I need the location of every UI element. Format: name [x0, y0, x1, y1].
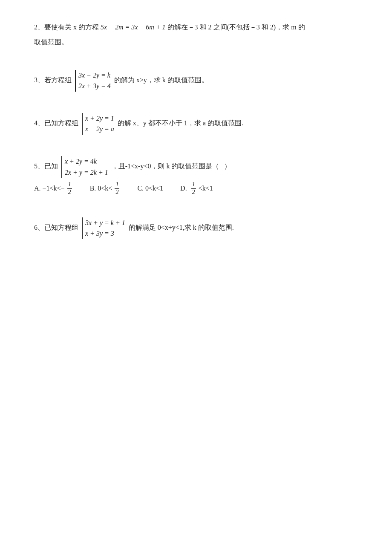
- problem-5: 5、已知 x + 2y = 4k 2x + y = 2k + 1 ，且-1<x-…: [34, 156, 358, 196]
- problem-4-main: 4、已知方程组 x + 2y = 1 x − 2y = a 的解 x、y 都不不…: [34, 113, 358, 135]
- problem-2-line2: 取值范围。: [34, 36, 358, 49]
- system-6: 3x + y = k + 1 x + 3y = 3: [82, 217, 125, 239]
- system-5-eq2: 2x + y = 2k + 1: [65, 167, 108, 178]
- page: 2、要使有关 x 的方程 5x − 2m = 3x − 6m + 1 的解在－3…: [0, 0, 392, 555]
- option-a: A. −1<k<− 1 2: [34, 181, 73, 196]
- system-6-eq1: 3x + y = k + 1: [85, 217, 125, 228]
- problem-5-options: A. −1<k<− 1 2 B. 0<k< 1 2 C. 0<k<1 D.: [34, 181, 358, 196]
- system-6-eq2: x + 3y = 3: [85, 228, 125, 239]
- problem-5-main: 5、已知 x + 2y = 4k 2x + y = 2k + 1 ，且-1<x-…: [34, 156, 358, 178]
- option-c-text: C. 0<k<1: [137, 182, 163, 195]
- fraction-num-a: 1: [67, 181, 72, 189]
- option-c: C. 0<k<1: [137, 182, 163, 195]
- fraction-den-a: 2: [67, 189, 72, 196]
- option-d-letter: D.: [180, 182, 189, 195]
- problem-2-line1: 2、要使有关 x 的方程 5x − 2m = 3x − 6m + 1 的解在－3…: [34, 21, 358, 34]
- problem-4: 4、已知方程组 x + 2y = 1 x − 2y = a 的解 x、y 都不不…: [34, 113, 358, 135]
- option-b: B. 0<k< 1 2: [90, 181, 121, 196]
- fraction-half-a: 1 2: [67, 181, 72, 196]
- system-5-eq1: x + 2y = 4k: [65, 156, 108, 167]
- fraction-num-b: 1: [115, 181, 119, 189]
- system-4-eq1: x + 2y = 1: [85, 113, 114, 124]
- fraction-den-b: 2: [115, 189, 119, 196]
- system-3: 3x − 2y = k 2x + 3y = 4: [75, 70, 111, 92]
- option-a-letter: A. −1<k<−: [34, 182, 65, 195]
- option-d-suffix: <k<1: [199, 182, 213, 195]
- math-expr: 5x − 2m = 3x − 6m + 1: [101, 23, 166, 31]
- problem-6: 6、已知方程组 3x + y = k + 1 x + 3y = 3 的解满足 0…: [34, 217, 358, 239]
- fraction-num-d: 1: [191, 181, 196, 189]
- problem-6-main: 6、已知方程组 3x + y = k + 1 x + 3y = 3 的解满足 0…: [34, 217, 358, 239]
- system-3-eq1: 3x − 2y = k: [78, 70, 111, 81]
- system-4: x + 2y = 1 x − 2y = a: [82, 113, 114, 135]
- problem-2: 2、要使有关 x 的方程 5x − 2m = 3x − 6m + 1 的解在－3…: [34, 21, 358, 49]
- system-5: x + 2y = 4k 2x + y = 2k + 1: [61, 156, 108, 178]
- fraction-half-d: 1 2: [191, 181, 196, 196]
- problem-3: 3、若方程组 3x − 2y = k 2x + 3y = 4 的解为 x>y，求…: [34, 70, 358, 92]
- option-b-letter: B. 0<k<: [90, 182, 112, 195]
- option-d: D. 1 2 <k<1: [180, 181, 213, 196]
- system-4-eq2: x − 2y = a: [85, 124, 114, 135]
- fraction-half-b: 1 2: [115, 181, 119, 196]
- system-3-eq2: 2x + 3y = 4: [78, 81, 111, 92]
- fraction-den-d: 2: [191, 189, 196, 196]
- problem-3-main: 3、若方程组 3x − 2y = k 2x + 3y = 4 的解为 x>y，求…: [34, 70, 358, 92]
